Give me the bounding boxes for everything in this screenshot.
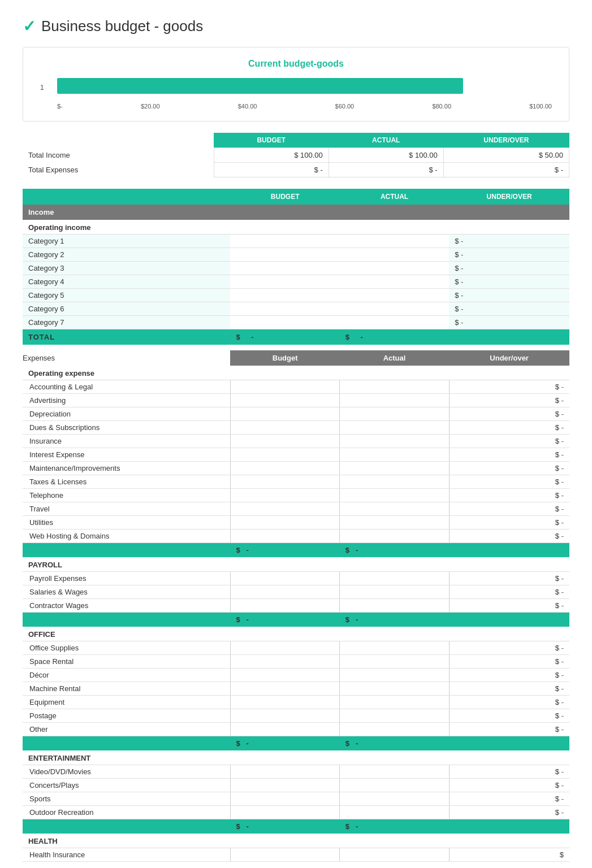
supplies-actual[interactable]: [340, 641, 449, 655]
post-budget[interactable]: [230, 709, 339, 723]
dues-budget[interactable]: [230, 421, 339, 435]
cat4-actual[interactable]: [340, 275, 449, 289]
entertainment-total-row: $ - $ -: [23, 819, 569, 834]
space-budget[interactable]: [230, 655, 339, 669]
health-ins-under: $: [449, 848, 569, 862]
concerts-under: $ -: [449, 779, 569, 792]
chart-y-label: 1: [40, 84, 57, 92]
cat6-budget[interactable]: [230, 302, 339, 316]
office-total-row: $ - $ -: [23, 736, 569, 751]
cat2-actual[interactable]: [340, 248, 449, 262]
dues-actual[interactable]: [340, 421, 449, 435]
equip-actual[interactable]: [340, 696, 449, 709]
adv-budget[interactable]: [230, 394, 339, 407]
income-total-label: TOTAL: [23, 329, 230, 345]
maint-budget[interactable]: [230, 462, 339, 475]
int-budget[interactable]: [230, 448, 339, 462]
contractor-actual[interactable]: [340, 599, 449, 613]
payexp-actual[interactable]: [340, 572, 449, 585]
util-label: Utilities: [23, 516, 230, 530]
summary-under-header: UNDER/OVER: [443, 133, 569, 148]
cat2-under: $ -: [449, 248, 569, 262]
cat1-budget[interactable]: [230, 235, 339, 248]
equip-budget[interactable]: [230, 696, 339, 709]
salaries-under: $ -: [449, 585, 569, 599]
cat7-actual[interactable]: [340, 316, 449, 329]
health-ins-actual[interactable]: [340, 848, 449, 862]
machine-actual[interactable]: [340, 682, 449, 696]
summary-expenses-actual: $ -: [329, 163, 443, 177]
outdoor-budget[interactable]: [230, 806, 339, 819]
maint-actual[interactable]: [340, 462, 449, 475]
outdoor-actual[interactable]: [340, 806, 449, 819]
ins-budget[interactable]: [230, 435, 339, 448]
health-header: HEALTH: [23, 834, 569, 848]
trav-actual[interactable]: [340, 502, 449, 516]
tel-budget[interactable]: [230, 489, 339, 502]
cat2-budget[interactable]: [230, 248, 339, 262]
dep-budget[interactable]: [230, 407, 339, 421]
office-header: OFFICE: [23, 627, 569, 641]
cat3-actual[interactable]: [340, 262, 449, 275]
tax-budget[interactable]: [230, 475, 339, 489]
acct-actual[interactable]: [340, 380, 449, 394]
payexp-label: Payroll Expenses: [23, 572, 230, 585]
income-under-header: UNDER/OVER: [449, 189, 569, 205]
decor-actual[interactable]: [340, 669, 449, 682]
acct-budget[interactable]: [230, 380, 339, 394]
contractor-budget[interactable]: [230, 599, 339, 613]
summary-income-budget: $ 100.00: [214, 148, 329, 163]
health-ins-budget[interactable]: [230, 848, 339, 862]
office-total-under: [449, 736, 569, 751]
adv-label: Advertising: [23, 394, 230, 407]
post-actual[interactable]: [340, 709, 449, 723]
decor-budget[interactable]: [230, 669, 339, 682]
space-actual[interactable]: [340, 655, 449, 669]
cat5-label: Category 5: [23, 289, 230, 302]
web-budget[interactable]: [230, 530, 339, 543]
video-actual[interactable]: [340, 765, 449, 779]
exp-row-trav: Travel $ -: [23, 502, 569, 516]
video-budget[interactable]: [230, 765, 339, 779]
cat5-budget[interactable]: [230, 289, 339, 302]
tel-actual[interactable]: [340, 489, 449, 502]
exp-row-tax: Taxes & Licenses $ -: [23, 475, 569, 489]
ins-actual[interactable]: [340, 435, 449, 448]
salaries-actual[interactable]: [340, 585, 449, 599]
concerts-actual[interactable]: [340, 779, 449, 792]
other-actual[interactable]: [340, 723, 449, 736]
concerts-budget[interactable]: [230, 779, 339, 792]
web-actual[interactable]: [340, 530, 449, 543]
salaries-budget[interactable]: [230, 585, 339, 599]
cat6-actual[interactable]: [340, 302, 449, 316]
tel-label: Telephone: [23, 489, 230, 502]
x-label-2: $40.00: [238, 103, 257, 110]
x-label-3: $60.00: [335, 103, 355, 110]
acct-label: Accounting & Legal: [23, 380, 230, 394]
chart-x-axis: $- $20.00 $40.00 $60.00 $80.00 $100.00: [40, 103, 552, 110]
cat3-budget[interactable]: [230, 262, 339, 275]
cat7-budget[interactable]: [230, 316, 339, 329]
tax-actual[interactable]: [340, 475, 449, 489]
other-budget[interactable]: [230, 723, 339, 736]
cat5-actual[interactable]: [340, 289, 449, 302]
trav-budget[interactable]: [230, 502, 339, 516]
exp-row-acct: Accounting & Legal $ -: [23, 380, 569, 394]
payexp-budget[interactable]: [230, 572, 339, 585]
util-actual[interactable]: [340, 516, 449, 530]
cat1-actual[interactable]: [340, 235, 449, 248]
exp-row-space: Space Rental $ -: [23, 655, 569, 669]
maint-label: Maintenance/Improvements: [23, 462, 230, 475]
dep-actual[interactable]: [340, 407, 449, 421]
sports-actual[interactable]: [340, 792, 449, 806]
exp-row-dues: Dues & Subscriptions $ -: [23, 421, 569, 435]
cat4-budget[interactable]: [230, 275, 339, 289]
util-budget[interactable]: [230, 516, 339, 530]
sports-budget[interactable]: [230, 792, 339, 806]
summary-blank-header: [23, 133, 214, 148]
int-actual[interactable]: [340, 448, 449, 462]
supplies-budget[interactable]: [230, 641, 339, 655]
tel-under: $ -: [449, 489, 569, 502]
machine-budget[interactable]: [230, 682, 339, 696]
adv-actual[interactable]: [340, 394, 449, 407]
